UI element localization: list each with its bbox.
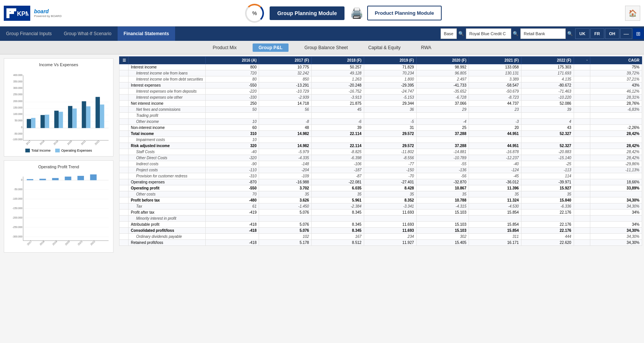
royal-blue-selector: Royal Blue Credit C 🔍 [466, 28, 520, 39]
row-value: 720 [205, 70, 259, 76]
lang-oh-button[interactable]: OH [605, 28, 620, 39]
row-label: Interest income o/w from debt securities [129, 76, 206, 82]
table-row: Impairment costs10 [119, 137, 642, 143]
row-value: 28,42% [590, 155, 642, 161]
row-value: 1.263 [312, 76, 364, 82]
row-value: 15.854 [469, 228, 521, 234]
row-value: 22.176 [521, 222, 574, 228]
subnav-capital-equity[interactable]: Capital & Equity [364, 43, 405, 52]
row-value: 4.135 [521, 76, 574, 82]
right-panel: ☰ 2016 (A) 2017 (F) 2018 (F) 2019 (F) 20… [117, 54, 644, 343]
row-value: 311 [469, 234, 521, 240]
nav-group-financial[interactable]: Group Financial Inputs [0, 26, 58, 41]
subnav-product-mix[interactable]: Product Mix [208, 43, 241, 52]
row-value: 34% [590, 222, 642, 228]
row-value: 28,42% [590, 143, 642, 149]
row-value: 4 [521, 119, 574, 125]
group-planning-button[interactable]: Group Planning Module [270, 6, 345, 20]
row-value: 10 [205, 119, 259, 125]
row-value [312, 113, 364, 119]
row-menu [119, 143, 129, 149]
table-row: Profit before tax-4803.6265.9618.35210.7… [119, 197, 642, 203]
lang-fr-button[interactable]: FR [590, 28, 604, 39]
row-value: -870 [205, 179, 259, 185]
row-value [205, 234, 259, 240]
row-value [574, 95, 590, 101]
subnav-group-balance[interactable]: Group Balance Sheet [300, 43, 352, 52]
home-button[interactable]: 🏠 [625, 6, 640, 21]
nav-financial-statements[interactable]: Financial Statements [118, 26, 175, 41]
svg-rect-29 [31, 118, 35, 128]
row-value [259, 216, 312, 222]
row-label: Attributable profit [129, 222, 206, 228]
col-header-cagr: CAGR [590, 57, 642, 64]
income-chart-legend: Total Income Operating Expenses [8, 149, 109, 152]
col-header-2019: 2019 (F) [364, 57, 416, 64]
dash-button[interactable]: — [620, 28, 632, 39]
row-value: 70.234 [364, 70, 416, 76]
row-value: 52.327 [521, 131, 574, 137]
row-value: 37.288 [416, 131, 469, 137]
row-value: 21.875 [312, 101, 364, 107]
row-value: -36.012 [469, 179, 521, 185]
row-value [574, 107, 590, 113]
svg-rect-3 [11, 8, 14, 14]
row-value [590, 119, 642, 125]
row-value: 61 [205, 203, 259, 210]
row-value [416, 113, 469, 119]
table-row: Indirect costs-90-148-106-77-55-40-25-29… [119, 161, 642, 167]
row-value: -1.450 [259, 203, 312, 210]
row-label: Other Direct Costs [129, 155, 206, 161]
row-value: 3.702 [259, 185, 312, 191]
row-value: -25 [521, 161, 574, 167]
row-value: -15.140 [521, 155, 574, 161]
row-value: -12.237 [469, 155, 521, 161]
svg-rect-61 [78, 176, 84, 180]
row-value: -6 [312, 119, 364, 125]
row-label: Operating expenses [129, 179, 206, 185]
row-label: Minority interest in profit [129, 216, 206, 222]
svg-rect-26 [68, 106, 72, 128]
row-value: 171.693 [521, 70, 574, 76]
row-value [574, 76, 590, 82]
row-label: Other income [129, 119, 206, 125]
row-value: 5.178 [259, 240, 312, 246]
col-header-2022: 2022 (F) [521, 57, 574, 64]
row-value: 444 [521, 234, 574, 240]
row-value: 5.076 [259, 228, 312, 234]
row-value: 15.103 [416, 210, 469, 216]
subnav-rwa[interactable]: RWA [416, 43, 436, 52]
board-logo: board Powered by BOARD [34, 8, 62, 18]
table-row: Other Direct Costs-320-4.335-6.398-8.556… [119, 155, 642, 161]
expand-button[interactable]: ⊞ [633, 28, 644, 39]
col-header-2016: 2016 (A) [205, 57, 259, 64]
row-value: -8.556 [364, 155, 416, 161]
lang-uk-button[interactable]: UK [575, 28, 590, 39]
row-value: 167 [312, 234, 364, 240]
row-value: -419 [205, 210, 259, 216]
base-selector: Base 🔍 [441, 28, 466, 39]
royal-blue-search-button[interactable]: 🔍 [511, 28, 520, 39]
row-value: 96.805 [416, 70, 469, 76]
row-value: 46,12% [590, 88, 642, 95]
nav-group-whatif[interactable]: Group What-If Scenario [58, 26, 118, 41]
row-value: 37,21% [590, 76, 642, 82]
product-planning-button[interactable]: Product Planning Module [367, 6, 442, 20]
row-value: 8.352 [364, 197, 416, 203]
svg-rect-30 [45, 115, 49, 128]
row-label: Interest expenses o/w other [129, 95, 206, 101]
menu-cell[interactable]: ☰ [119, 57, 129, 64]
subnav-group-pl[interactable]: Group P&L [253, 43, 289, 52]
row-value [574, 137, 590, 143]
base-search-button[interactable]: 🔍 [457, 28, 466, 39]
row-value: -320 [205, 155, 259, 161]
row-value: 29 [416, 107, 469, 113]
svg-text:0: 0 [21, 126, 23, 129]
row-value: 29.572 [364, 131, 416, 137]
row-value: -418 [205, 240, 259, 246]
row-value: 130.131 [469, 70, 521, 76]
retail-bank-search-button[interactable]: 🔍 [566, 28, 575, 39]
row-label: Profit after tax [129, 210, 206, 216]
row-value: 43% [590, 82, 642, 88]
row-value [364, 137, 416, 143]
